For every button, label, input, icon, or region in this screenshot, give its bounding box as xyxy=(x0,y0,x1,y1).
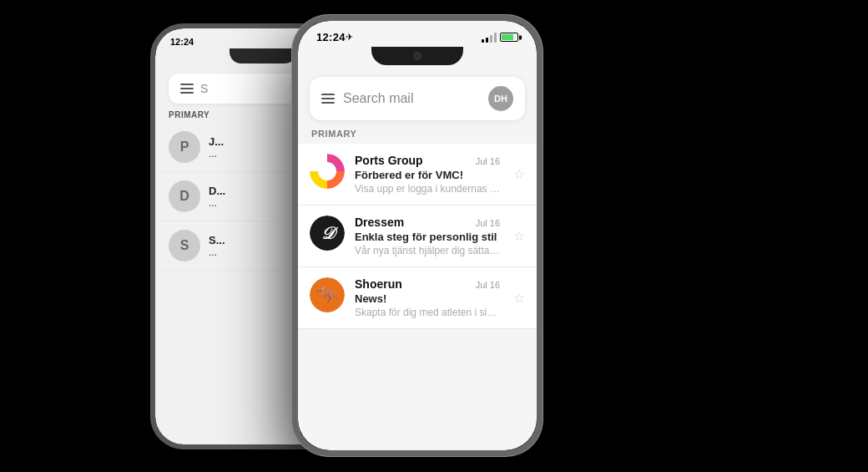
ports-group-avatar xyxy=(310,154,345,189)
dressem-star-icon[interactable]: ☆ xyxy=(513,228,525,244)
shoerun-star-icon[interactable]: ☆ xyxy=(513,290,525,306)
shoerun-preview: Skapta för dig med atleten i sig för ut.… xyxy=(355,307,500,318)
shoerun-email-header: Shoerun Jul 16 xyxy=(355,277,500,291)
dressem-sender: Dressem xyxy=(355,216,404,229)
shoerun-sender: Shoerun xyxy=(355,277,402,291)
kangaroo-icon: 🦘 xyxy=(316,284,339,306)
dressem-logo: 𝒟 xyxy=(310,216,345,251)
shoerun-avatar: 🦘 xyxy=(310,277,345,312)
shoerun-date: Jul 16 xyxy=(476,280,500,290)
volume-up-button xyxy=(151,112,154,135)
ports-preview: Visa upp er logga i kundernas inkorg ... xyxy=(355,183,500,195)
ports-email-content: Ports Group Jul 16 Förbered er för VMC! … xyxy=(355,154,500,195)
user-avatar-badge[interactable]: DH xyxy=(488,86,513,111)
dressem-date: Jul 16 xyxy=(476,218,500,228)
ports-subject: Förbered er för VMC! xyxy=(355,169,500,181)
location-arrow: ✈ xyxy=(346,32,353,43)
search-placeholder-text: Search mail xyxy=(343,91,480,106)
shoerun-logo: 🦘 xyxy=(310,277,345,312)
front-screen: 12:24 ✈ Search xyxy=(298,21,537,450)
email-row-ports[interactable]: Ports Group Jul 16 Förbered er för VMC! … xyxy=(298,144,537,206)
signal-bar-3 xyxy=(490,35,492,43)
dressem-subject: Enkla steg för personlig stil xyxy=(355,231,500,243)
signal-icon xyxy=(482,33,497,43)
dressem-avatar: 𝒟 xyxy=(310,216,345,251)
ports-star-icon[interactable]: ☆ xyxy=(513,166,525,182)
signal-bar-4 xyxy=(494,33,497,43)
user-initials: DH xyxy=(494,94,507,104)
dressem-preview: Vår nya tjänst hjälper dig sätta stilen … xyxy=(355,245,500,256)
email-list: Ports Group Jul 16 Förbered er för VMC! … xyxy=(298,144,537,450)
back-search-text: S xyxy=(200,82,208,95)
status-bar: 12:24 ✈ xyxy=(298,21,537,47)
notch xyxy=(371,47,463,65)
ports-email-header: Ports Group Jul 16 xyxy=(355,154,500,167)
battery-icon xyxy=(500,33,518,42)
status-time: 12:24 xyxy=(316,31,346,43)
back-avatar-2: D xyxy=(169,180,200,212)
phone-front: 12:24 ✈ Search xyxy=(292,15,542,456)
hamburger-menu-icon[interactable] xyxy=(321,94,335,104)
back-avatar-3: S xyxy=(169,230,200,261)
signal-bar-1 xyxy=(482,39,484,43)
section-label: PRIMARY xyxy=(298,125,537,144)
dressem-email-content: Dressem Jul 16 Enkla steg för personlig … xyxy=(355,216,500,256)
shoerun-subject: News! xyxy=(355,292,500,305)
front-camera xyxy=(413,52,421,60)
shoerun-email-content: Shoerun Jul 16 News! Skapta för dig med … xyxy=(355,277,500,318)
back-notch xyxy=(230,48,296,63)
email-row-shoerun[interactable]: 🦘 Shoerun Jul 16 News! Skapta för dig me… xyxy=(298,267,537,329)
volume-down-button xyxy=(151,144,154,167)
search-bar[interactable]: Search mail DH xyxy=(310,77,525,120)
email-row-dressem[interactable]: 𝒟 Dressem Jul 16 Enkla steg för personli… xyxy=(298,206,537,267)
back-status-time: 12:24 xyxy=(170,37,194,47)
signal-bar-2 xyxy=(486,38,488,43)
back-hamburger-icon xyxy=(180,84,194,94)
ports-ring-logo xyxy=(310,154,345,189)
dressem-email-header: Dressem Jul 16 xyxy=(355,216,500,229)
status-icons xyxy=(482,33,518,43)
ports-sender: Ports Group xyxy=(355,154,423,167)
back-avatar-1: P xyxy=(169,131,200,163)
battery-fill xyxy=(502,34,513,40)
ports-date: Jul 16 xyxy=(476,156,500,166)
